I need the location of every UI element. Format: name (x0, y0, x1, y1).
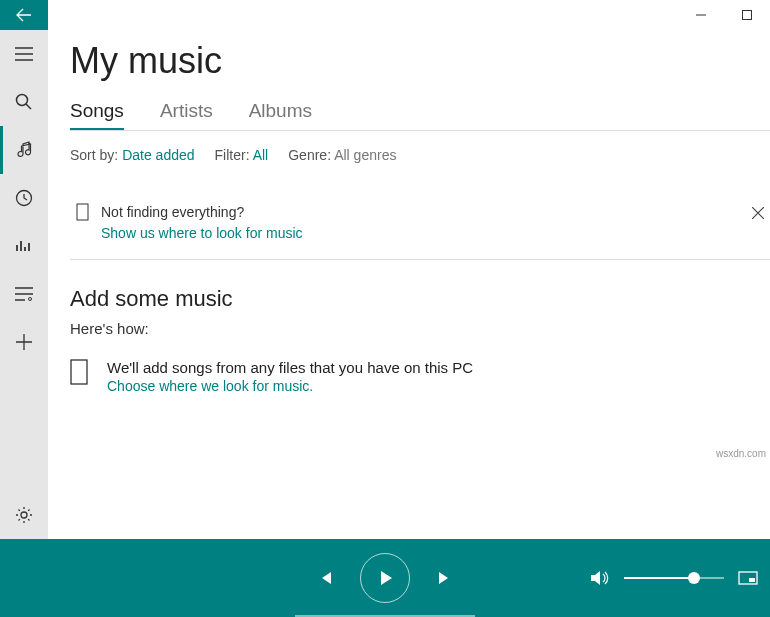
filter-value[interactable]: All (253, 147, 269, 163)
music-note-icon (17, 141, 35, 159)
sidebar-item-settings[interactable] (0, 491, 48, 539)
hamburger-menu[interactable] (0, 30, 48, 78)
sidebar-item-my-music[interactable] (0, 126, 48, 174)
tab-songs[interactable]: Songs (70, 100, 124, 130)
volume-slider[interactable] (624, 577, 724, 579)
sidebar (0, 0, 48, 539)
info-banner: Not finding everything? Show us where to… (70, 189, 770, 260)
minimize-icon (696, 10, 706, 20)
window-controls (678, 0, 770, 30)
plus-icon (16, 334, 32, 350)
maximize-icon (742, 10, 752, 20)
pc-icon (70, 359, 90, 385)
minimize-button[interactable] (678, 0, 724, 30)
svg-rect-5 (77, 204, 88, 220)
hamburger-icon (15, 47, 33, 61)
watermark: wsxdn.com (716, 448, 766, 459)
previous-button[interactable] (316, 569, 334, 587)
page-title: My music (70, 40, 770, 82)
filter-bar: Sort by: Date added Filter: All Genre: A… (70, 147, 770, 163)
back-button[interactable] (0, 0, 48, 30)
playback-controls (316, 553, 454, 603)
sidebar-item-now-playing[interactable] (0, 222, 48, 270)
empty-state: Add some music Here's how: We'll add son… (70, 286, 770, 394)
sidebar-item-playlists[interactable] (0, 270, 48, 318)
genre-label: Genre: (288, 147, 331, 163)
empty-heading: Add some music (70, 286, 770, 312)
skip-previous-icon (316, 569, 334, 587)
search-button[interactable] (0, 78, 48, 126)
tabs: Songs Artists Albums (70, 100, 770, 131)
sort-label: Sort by: (70, 147, 118, 163)
player-right-controls (590, 569, 758, 587)
search-icon (15, 93, 33, 111)
tab-artists[interactable]: Artists (160, 100, 213, 130)
play-icon (376, 569, 394, 587)
info-link[interactable]: Show us where to look for music (101, 225, 730, 241)
svg-rect-6 (71, 360, 87, 384)
now-playing-icon (738, 571, 758, 585)
info-close-button[interactable] (752, 207, 764, 219)
empty-how: Here's how: (70, 320, 770, 337)
sidebar-item-recent[interactable] (0, 174, 48, 222)
player-bar (0, 539, 770, 617)
filter-label: Filter: (215, 147, 250, 163)
play-button[interactable] (360, 553, 410, 603)
info-title: Not finding everything? (101, 204, 244, 220)
genre-value[interactable]: All genres (334, 147, 396, 163)
maximize-button[interactable] (724, 0, 770, 30)
sidebar-item-add[interactable] (0, 318, 48, 366)
sort-value[interactable]: Date added (122, 147, 194, 163)
svg-rect-8 (749, 578, 755, 582)
volume-button[interactable] (590, 569, 610, 587)
device-icon (76, 203, 91, 221)
back-arrow-icon (16, 7, 32, 23)
next-button[interactable] (436, 569, 454, 587)
empty-text: We'll add songs from any files that you … (107, 359, 473, 376)
equalizer-icon (15, 237, 33, 255)
tab-albums[interactable]: Albums (249, 100, 312, 130)
skip-next-icon (436, 569, 454, 587)
empty-link[interactable]: Choose where we look for music. (107, 378, 473, 394)
now-playing-button[interactable] (738, 571, 758, 585)
volume-icon (590, 569, 610, 587)
svg-point-3 (21, 512, 27, 518)
gear-icon (15, 506, 33, 524)
svg-rect-4 (743, 11, 752, 20)
main-content: My music Songs Artists Albums Sort by: D… (48, 0, 770, 539)
svg-point-0 (17, 95, 28, 106)
playlist-icon (15, 287, 33, 301)
clock-icon (15, 189, 33, 207)
close-icon (752, 207, 764, 219)
svg-point-2 (29, 298, 32, 301)
